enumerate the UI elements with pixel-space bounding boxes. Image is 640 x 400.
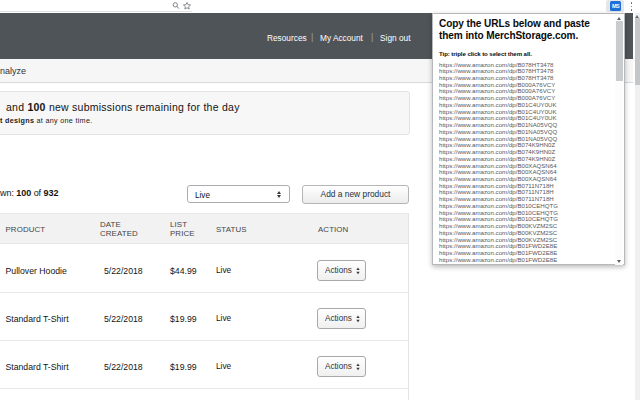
- cell-price: $19.99: [170, 314, 197, 324]
- actions-button[interactable]: Actions: [317, 260, 366, 281]
- notice-line1-post: new submissions remaining for the day: [46, 101, 240, 113]
- cell-price: $19.99: [170, 362, 197, 372]
- select-arrows-icon: [356, 268, 359, 274]
- select-arrows-icon: [356, 364, 359, 370]
- merchstorage-extension-icon[interactable]: MS: [610, 1, 621, 11]
- cell-price: $44.99: [170, 266, 197, 276]
- table-right-border: [408, 213, 409, 400]
- cell-status: Live: [216, 361, 231, 371]
- select-arrows-icon: [356, 316, 359, 322]
- notice-line2-bold: t designs: [0, 116, 34, 125]
- table-row: Standard T-Shirt 5/22/2018 $19.99 Live A…: [0, 293, 409, 341]
- extension-popup: Copy the URLs below and paste them into …: [432, 13, 625, 265]
- add-product-button[interactable]: Add a new product: [302, 185, 409, 204]
- col-date-line1: DATE: [100, 220, 138, 230]
- notice-line1: and 100 new submissions remaining for th…: [6, 101, 240, 113]
- cell-product: Standard T-Shirt: [6, 362, 69, 372]
- header-separator: |: [371, 32, 373, 42]
- browser-toolbar: MS: [0, 0, 640, 13]
- col-date-created: DATECREATED: [100, 220, 138, 239]
- popup-title: Copy the URLs below and paste them into …: [439, 18, 602, 43]
- status-filter-value: Live: [195, 191, 210, 200]
- header-link-resources[interactable]: Resources: [267, 33, 307, 43]
- popup-tip: Tip: triple click to select them all.: [439, 50, 532, 57]
- cell-status: Live: [216, 265, 231, 275]
- arrow-up-icon: [277, 191, 281, 194]
- window-scrollbar[interactable]: [633, 13, 640, 400]
- arrow-down-icon: [277, 195, 281, 198]
- arrow-down-icon: [356, 271, 359, 274]
- actions-button-label: Actions: [325, 314, 352, 323]
- submissions-notice: and 100 new submissions remaining for th…: [0, 91, 410, 135]
- col-status: STATUS: [216, 225, 247, 235]
- popup-scrollbar-up-arrow-icon[interactable]: [617, 17, 621, 20]
- screen: Resources | My Account | Sign out nalyze…: [0, 0, 640, 400]
- shown-count: 100: [16, 188, 31, 198]
- col-action: ACTION: [318, 225, 348, 235]
- notice-line2: t designs at any one time.: [0, 116, 93, 125]
- notice-line2-post: at any one time.: [34, 116, 92, 125]
- browser-menu-icon[interactable]: [630, 2, 633, 11]
- actions-button-label: Actions: [325, 362, 352, 371]
- url-list[interactable]: https://www.amazon.com/dp/B078HT3478 htt…: [439, 62, 616, 264]
- col-price-line2: PRICE: [170, 229, 195, 239]
- products-shown-counter: wn: 100 of 932: [0, 188, 58, 198]
- col-list-price: LISTPRICE: [170, 220, 195, 239]
- table-row: Pullover Hoodie 5/22/2018 $44.99 Live Ac…: [0, 245, 409, 293]
- header-separator: |: [311, 32, 313, 42]
- url-line[interactable]: https://www.amazon.com/dp/B01FWD2E8E: [439, 257, 616, 264]
- actions-button[interactable]: Actions: [317, 308, 366, 329]
- notice-line1-pre: and: [6, 101, 27, 113]
- menu-dot: [631, 6, 633, 8]
- notice-line1-count: 100: [27, 101, 45, 113]
- popup-scrollbar[interactable]: [615, 15, 623, 265]
- cell-product: Pullover Hoodie: [6, 266, 67, 276]
- cell-date: 5/22/2018: [104, 362, 143, 372]
- arrow-up-icon: [356, 364, 359, 367]
- bookmark-star-icon[interactable]: [183, 2, 191, 10]
- shown-of: of: [31, 188, 43, 198]
- cell-product: Standard T-Shirt: [6, 314, 69, 324]
- nav-item-analyze[interactable]: nalyze: [0, 66, 26, 76]
- arrow-up-icon: [356, 316, 359, 319]
- menu-dot: [631, 9, 633, 11]
- shown-label: wn:: [0, 188, 16, 198]
- actions-button[interactable]: Actions: [317, 356, 366, 377]
- shown-total: 932: [44, 188, 59, 198]
- popup-scrollbar-down-arrow-icon[interactable]: [617, 260, 621, 263]
- header-link-my-account[interactable]: My Account: [320, 33, 363, 43]
- cell-date: 5/22/2018: [104, 314, 143, 324]
- header-link-sign-out[interactable]: Sign out: [380, 33, 410, 43]
- menu-dot: [631, 2, 633, 4]
- cell-date: 5/22/2018: [104, 266, 143, 276]
- zoom-icon[interactable]: [172, 2, 180, 10]
- arrow-down-icon: [356, 367, 359, 370]
- arrow-up-icon: [356, 268, 359, 271]
- select-arrows-icon: [277, 191, 281, 199]
- col-price-line1: LIST: [170, 220, 195, 230]
- omnibox-bottom-edge: [0, 11, 192, 12]
- col-product: PRODUCT: [6, 225, 46, 235]
- table-row: Standard T-Shirt 5/22/2018 $19.99 Live A…: [0, 341, 409, 389]
- cell-status: Live: [216, 313, 231, 323]
- arrow-down-icon: [356, 319, 359, 322]
- table-header: PRODUCT DATECREATED LISTPRICE STATUS ACT…: [0, 213, 409, 245]
- col-date-line2: CREATED: [100, 229, 138, 239]
- scrollbar-thumb[interactable]: [635, 18, 640, 85]
- popup-scrollbar-thumb[interactable]: [616, 21, 623, 81]
- actions-button-label: Actions: [325, 266, 352, 275]
- status-filter-select[interactable]: Live: [187, 185, 290, 203]
